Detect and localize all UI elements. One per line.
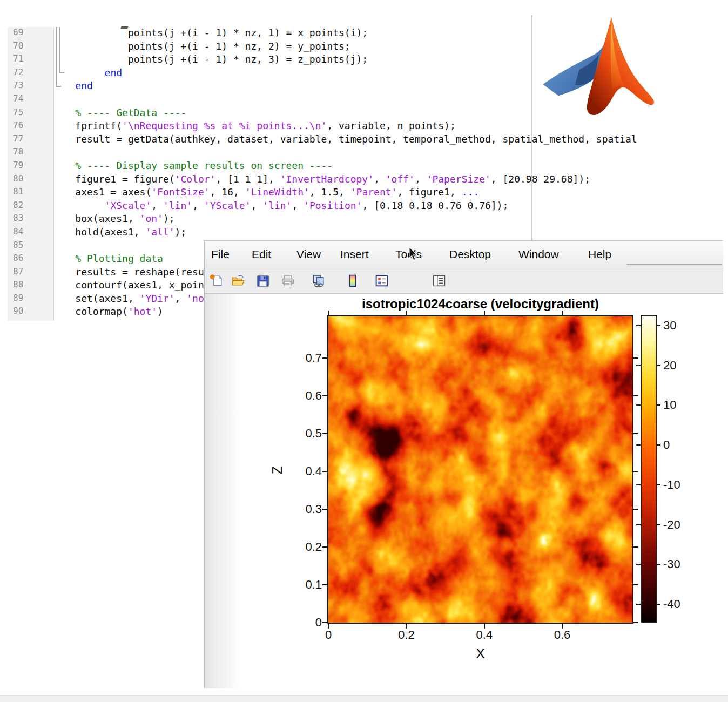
colorbar-tick-right bbox=[656, 444, 660, 446]
x-tick-label: 0.6 bbox=[543, 628, 581, 642]
x-tick-top bbox=[484, 310, 485, 315]
menu-item-help[interactable]: Help bbox=[588, 241, 611, 268]
colorbar-tick-right bbox=[656, 564, 660, 565]
colorbar-tick bbox=[636, 325, 641, 326]
x-axis-label: X bbox=[327, 646, 633, 662]
colorbar-tick-label: -30 bbox=[663, 557, 680, 571]
y-tick-right bbox=[633, 395, 638, 396]
y-tick-label: 0.5 bbox=[288, 427, 322, 441]
line-number[interactable]: 79 bbox=[8, 160, 53, 173]
background-window-edge bbox=[0, 695, 728, 702]
colorbar-tick bbox=[636, 484, 641, 485]
menu-item-desktop[interactable]: Desktop bbox=[449, 241, 491, 268]
code-line: hold(axes1, 'all'); bbox=[52, 226, 637, 240]
line-number[interactable]: 88 bbox=[8, 279, 53, 293]
code-line: box(axes1, 'on'); bbox=[52, 213, 637, 226]
y-tick-label: 0.3 bbox=[288, 502, 322, 516]
y-tick-label: 0.4 bbox=[288, 464, 322, 478]
code-line bbox=[52, 146, 637, 160]
plot-title: isotropic1024coarse (velocitygradient) bbox=[327, 296, 633, 312]
y-tick bbox=[322, 622, 327, 623]
colorbar-tick bbox=[636, 564, 641, 565]
insert-legend-icon[interactable] bbox=[374, 273, 389, 288]
mouse-cursor bbox=[407, 247, 420, 261]
line-number[interactable]: 83 bbox=[8, 213, 53, 226]
menu-item-edit[interactable]: Edit bbox=[252, 241, 271, 268]
code-line: 'XScale', 'lin', 'YScale', 'lin', 'Posit… bbox=[52, 200, 637, 213]
line-number[interactable]: 76 bbox=[8, 120, 53, 133]
line-number[interactable]: 73 bbox=[8, 80, 53, 93]
figure-window: FileEditViewInsertToolsDesktopWindowHelp… bbox=[204, 240, 723, 688]
colorbar-tick-right bbox=[656, 604, 660, 605]
x-tick-top bbox=[328, 310, 329, 315]
open-file-icon[interactable] bbox=[231, 273, 246, 288]
plot-tools-icon[interactable] bbox=[432, 273, 447, 288]
new-figure-icon[interactable] bbox=[209, 273, 224, 288]
code-line: axes1 = axes('FontSize', 16, 'LineWidth'… bbox=[52, 186, 637, 200]
insert-colorbar-icon[interactable] bbox=[345, 273, 360, 288]
colorbar-tick-right bbox=[656, 325, 660, 326]
line-number[interactable]: 70 bbox=[8, 40, 53, 54]
menu-item-view[interactable]: View bbox=[296, 241, 321, 268]
menubar-separator bbox=[627, 264, 722, 265]
line-number[interactable]: 75 bbox=[8, 107, 53, 120]
colorbar-tick-label: -40 bbox=[663, 597, 680, 611]
line-number[interactable]: 72 bbox=[8, 67, 53, 80]
y-tick bbox=[322, 357, 327, 359]
print-figure-icon[interactable] bbox=[280, 273, 295, 288]
y-tick-label: 0.1 bbox=[288, 578, 322, 592]
line-number[interactable]: 80 bbox=[8, 173, 53, 187]
y-tick-label: 0 bbox=[288, 616, 322, 630]
y-axis-label: Z bbox=[269, 454, 285, 487]
y-tick-label: 0.7 bbox=[288, 351, 322, 365]
line-number[interactable]: 89 bbox=[8, 293, 53, 306]
menu-item-window[interactable]: Window bbox=[518, 241, 559, 268]
y-tick bbox=[322, 546, 327, 548]
y-tick bbox=[322, 509, 327, 510]
x-tick-label: 0.2 bbox=[387, 628, 425, 642]
canvas-left-shade bbox=[205, 294, 242, 688]
colorbar-tick-label: -10 bbox=[663, 478, 680, 492]
matlab-logo bbox=[534, 6, 689, 129]
line-number[interactable]: 85 bbox=[8, 240, 53, 253]
colorbar-tick-label: 20 bbox=[663, 359, 676, 373]
colorbar-tick-label: 30 bbox=[663, 319, 676, 333]
code-line: % ---- Display sample results on screen … bbox=[52, 160, 637, 173]
colorbar-tick bbox=[636, 404, 641, 406]
line-number[interactable]: 87 bbox=[8, 266, 53, 280]
colorbar-tick-label: 0 bbox=[663, 438, 670, 452]
line-number-gutter[interactable]: 6970717273747576777879808182838485868788… bbox=[8, 27, 54, 321]
line-number[interactable]: 78 bbox=[8, 146, 53, 160]
line-number[interactable]: 69 bbox=[8, 27, 53, 40]
save-figure-icon[interactable] bbox=[255, 273, 271, 288]
menu-item-insert[interactable]: Insert bbox=[340, 241, 369, 268]
colorbar-tick bbox=[636, 444, 641, 446]
line-number[interactable]: 90 bbox=[8, 306, 53, 319]
y-tick bbox=[322, 584, 327, 585]
line-number[interactable]: 81 bbox=[8, 186, 53, 200]
line-number[interactable]: 77 bbox=[8, 133, 53, 147]
y-tick-label: 0.6 bbox=[288, 389, 322, 403]
colorbar-tick bbox=[636, 365, 641, 366]
line-number[interactable]: 86 bbox=[8, 253, 53, 266]
line-number[interactable]: 82 bbox=[8, 200, 53, 213]
link-plot-icon[interactable] bbox=[311, 273, 326, 288]
colorbar-tick bbox=[636, 604, 641, 605]
y-tick-right bbox=[633, 509, 638, 510]
menu-item-file[interactable]: File bbox=[211, 241, 230, 268]
line-number[interactable]: 74 bbox=[8, 93, 53, 107]
x-tick-top bbox=[406, 310, 407, 315]
y-tick-right bbox=[633, 622, 638, 623]
x-tick-label: 0.4 bbox=[466, 628, 503, 642]
code-line: figure1 = figure('Color', [1 1 1], 'Inve… bbox=[52, 173, 637, 187]
plot-canvas[interactable] bbox=[327, 315, 633, 624]
colorbar-tick-right bbox=[656, 524, 660, 525]
y-tick bbox=[322, 395, 327, 396]
line-number[interactable]: 84 bbox=[8, 226, 53, 240]
y-tick-right bbox=[633, 471, 638, 472]
x-tick-top bbox=[562, 310, 563, 315]
line-number[interactable]: 71 bbox=[8, 53, 53, 67]
code-line: result = getData(authkey, dataset, varia… bbox=[52, 133, 637, 147]
x-tick-label: 0 bbox=[309, 628, 347, 642]
y-tick bbox=[322, 433, 327, 434]
